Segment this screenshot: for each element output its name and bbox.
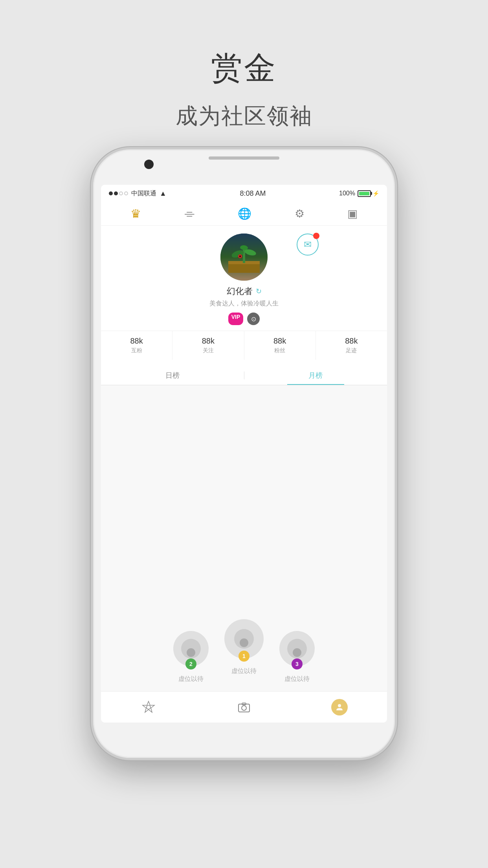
charging-icon: ⚡ [372,190,379,197]
stat-mutual-number: 88k [130,337,143,346]
rank-2-badge: 2 [185,658,196,669]
signal-indicator [109,191,128,195]
rank-2-name: 虚位以待 [178,675,204,683]
vip-badge: VIP [228,313,244,325]
volume-up-button [91,267,92,299]
stat-footprint-label: 足迹 [346,347,357,354]
signal-dot-3 [119,191,123,195]
wifi-icon: ▲ [160,189,167,198]
rank-3-name: 虚位以待 [284,675,310,683]
rank-3-badge: 3 [292,658,303,669]
tab-monthly[interactable]: 月榜 [244,366,387,385]
rank-3-silhouette [287,639,307,658]
status-bar: 中国联通 ▲ 8:08 AM 100% ⚡ [101,185,387,202]
username-row: 幻化者 ↻ [227,285,262,297]
phone-screen: 中国联通 ▲ 8:08 AM 100% ⚡ ♛ ⌯ 🌐 ⚙ ▣ [101,185,387,723]
stat-following[interactable]: 88k 关注 [172,331,244,360]
svg-rect-0 [228,263,260,273]
signal-dot-2 [114,191,118,195]
edit-profile-icon[interactable]: ↻ [256,287,262,296]
rank-1-name: 虚位以待 [231,667,257,675]
leaderboard-section: 2 虚位以待 1 虚位以待 [101,385,387,691]
svg-point-11 [242,706,246,710]
status-time: 8:08 AM [240,189,266,198]
page-subtitle: 成为社区领袖 [176,101,312,131]
envelope-icon: ✉ [304,239,312,250]
phone-top-bar [209,156,279,160]
stat-following-label: 关注 [203,347,214,354]
signal-dot-1 [109,191,113,195]
stat-mutual-label: 互粉 [131,347,142,354]
rank-1-avatar: 1 [224,619,264,658]
crown-icon[interactable]: ♛ [130,207,141,221]
bottom-nav-profile[interactable] [324,699,355,715]
svg-marker-8 [143,701,154,712]
ranking-tab-bar: 日榜 月榜 [101,366,387,385]
stat-footprint-number: 88k [345,337,358,346]
avatar-container: ✉ [220,234,268,281]
status-left: 中国联通 ▲ [109,189,167,198]
phone-shell: 中国联通 ▲ 8:08 AM 100% ⚡ ♛ ⌯ 🌐 ⚙ ▣ [91,147,397,760]
rank-3-avatar: 3 [279,631,315,666]
camera-icon [237,700,251,714]
profile-section: ✉ 幻化者 ↻ 美食达人，体验冷暖人生 VIP ⊙ 88k 互粉 [101,226,387,366]
avatar-plant-bg [220,234,268,281]
rank-1-badge: 1 [238,651,250,662]
tab-daily[interactable]: 日榜 [101,366,244,385]
svg-point-9 [147,705,150,709]
carrier-name: 中国联通 [131,189,156,198]
avatar[interactable] [220,234,268,281]
user-silhouette-icon [335,702,344,712]
page-background-text: 赏金 成为社区领袖 [176,47,312,131]
stat-mutual-follow[interactable]: 88k 互粉 [101,331,172,360]
globe-icon[interactable]: 🌐 [238,207,251,220]
stat-following-number: 88k [202,337,215,346]
message-badge [313,233,319,239]
message-button[interactable]: ✉ [297,234,319,256]
rank-1-silhouette [234,629,254,649]
rank-2-avatar: 2 [173,631,209,666]
stat-followers-number: 88k [273,337,286,346]
user-avatar-icon [331,699,348,715]
bottom-nav-home[interactable] [133,700,164,714]
front-camera [144,160,154,169]
svg-point-13 [338,704,341,707]
signal-dot-4 [124,191,128,195]
top-nav-bar: ♛ ⌯ 🌐 ⚙ ▣ [101,202,387,226]
bag-icon[interactable]: ⌯ [184,207,195,220]
plant-svg [228,241,260,273]
rank-2-silhouette [181,639,201,658]
rank-2-silhouette-head [187,648,195,657]
rank-2-item[interactable]: 2 虚位以待 [173,631,209,683]
rank-3-silhouette-head [293,648,301,657]
scan-icon[interactable]: ▣ [347,207,358,220]
battery-icon [358,190,371,197]
level-badge: ⊙ [247,313,260,325]
stat-followers[interactable]: 88k 粉丝 [244,331,316,360]
stats-row: 88k 互粉 88k 关注 88k 粉丝 88k 足迹 [101,331,387,360]
rank-1-silhouette-head [240,638,248,647]
badges-row: VIP ⊙ [228,313,260,325]
username-text: 幻化者 [227,285,253,297]
user-bio: 美食达人，体验冷暖人生 [209,300,279,308]
svg-point-7 [239,256,241,257]
rank-1-item[interactable]: 1 虚位以待 [224,619,264,683]
battery-fill [359,192,369,195]
bottom-nav-camera[interactable] [228,700,260,714]
phone-speaker [209,156,279,160]
star-of-david-icon [141,700,156,714]
bottom-navigation [101,691,387,723]
page-main-title: 赏金 [176,47,312,90]
stat-followers-label: 粉丝 [274,347,285,354]
rank-3-item[interactable]: 3 虚位以待 [279,631,315,683]
svg-point-3 [231,249,245,259]
battery-indicator: ⚡ [358,190,379,197]
status-right: 100% ⚡ [339,190,379,197]
stat-footprint[interactable]: 88k 足迹 [316,331,387,360]
power-button [396,283,397,330]
battery-percent: 100% [339,190,355,197]
settings-icon[interactable]: ⚙ [295,207,305,220]
volume-down-button [91,307,92,338]
